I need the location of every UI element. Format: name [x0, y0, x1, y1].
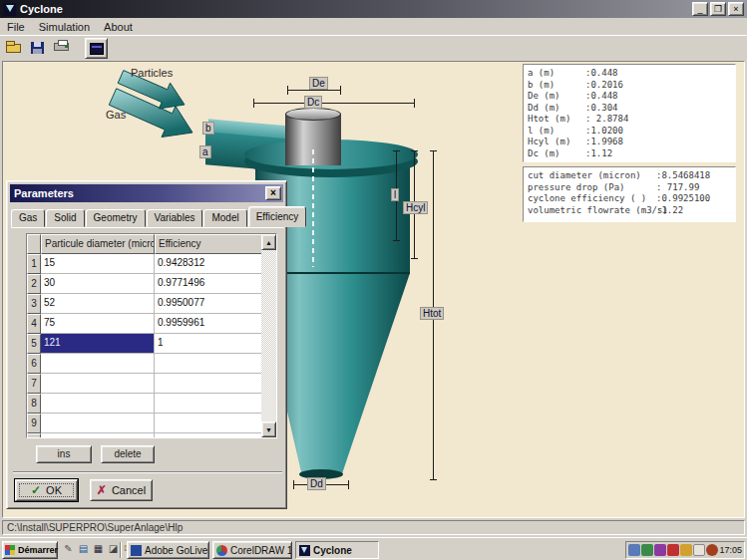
task-coreldraw[interactable]: CorelDRAW 10 - [Graphiq...: [212, 541, 292, 559]
cell-efficiency[interactable]: [155, 374, 262, 394]
focus-rectangle: [19, 483, 74, 497]
tab-model[interactable]: Model: [203, 209, 246, 227]
dim-tick: [411, 150, 418, 151]
task-adobe-golive[interactable]: Adobe GoLive: [127, 541, 209, 559]
cell-diameter[interactable]: 52: [41, 294, 155, 314]
tab-gas[interactable]: Gas: [11, 209, 45, 227]
tray-display-icon[interactable]: [628, 544, 640, 556]
cell-efficiency[interactable]: 0.9950077: [155, 294, 262, 314]
system-tray: 17:05: [625, 541, 745, 559]
dim-label-hcyl: Hcyl: [403, 201, 428, 214]
cell-diameter[interactable]: [41, 354, 155, 374]
result-row: pressure drop (Pa): 717.99: [528, 182, 731, 194]
taskbar-divider: [120, 542, 122, 558]
parameters-dialog: Parameters × Gas Solid Geometry Variable…: [6, 180, 287, 509]
dialog-titlebar[interactable]: Parameters ×: [10, 184, 283, 202]
tab-efficiency[interactable]: Efficiency: [248, 206, 307, 227]
menu-simulation[interactable]: Simulation: [32, 20, 97, 34]
cell-efficiency[interactable]: 1: [155, 334, 262, 354]
taskbar: Démarrer ✎ ▤ ▦ ◪ ✉ » Adobe GoLive CorelD…: [0, 537, 747, 560]
geometry-results-box: a (m):0.448 b (m):0.2016 De (m):0.448 Dd…: [523, 64, 736, 162]
result-row: cut diameter (micron):8.5468418: [528, 170, 731, 182]
coreldraw-icon: [216, 545, 227, 556]
cell-efficiency[interactable]: [155, 354, 262, 374]
table-row: 4750.9959961: [27, 314, 276, 334]
insert-row-button[interactable]: ins: [36, 445, 92, 463]
cell-diameter[interactable]: 15: [41, 254, 155, 274]
floppy-disk-icon: [31, 42, 44, 54]
dialog-title: Parameters: [14, 187, 74, 199]
cell-efficiency[interactable]: 0.9771496: [155, 274, 262, 294]
cell-diameter[interactable]: [41, 433, 155, 438]
dialog-close-button[interactable]: ×: [265, 186, 281, 200]
cell-efficiency[interactable]: 0.9428312: [155, 254, 262, 274]
menubar: File Simulation About: [0, 18, 747, 35]
tab-geometry[interactable]: Geometry: [86, 209, 146, 227]
windows-flag-icon: [5, 545, 15, 555]
grid-corner: [27, 234, 41, 254]
menu-about[interactable]: About: [97, 20, 140, 34]
view-results-button[interactable]: [85, 38, 108, 59]
tray-scheduler-icon[interactable]: [706, 544, 718, 556]
quick-launch-icon[interactable]: ✎: [62, 542, 75, 556]
task-cyclone-active[interactable]: Cyclone: [295, 541, 379, 559]
golive-icon: [131, 545, 142, 556]
taskbar-clock[interactable]: 17:05: [719, 545, 742, 555]
dim-label-de: De: [309, 77, 328, 90]
quick-launch-icon[interactable]: ◪: [107, 542, 120, 556]
delete-row-button[interactable]: delete: [101, 445, 155, 463]
cell-efficiency[interactable]: [155, 394, 262, 414]
cyclone-task-icon: [299, 545, 310, 556]
dim-tick: [293, 480, 294, 489]
cell-efficiency[interactable]: 0.9959961: [155, 314, 262, 334]
result-row: a (m):0.448: [528, 68, 731, 80]
quick-launch-icon[interactable]: ▦: [92, 542, 105, 556]
table-row-selected: 51211: [27, 334, 276, 354]
dim-line-de: [287, 90, 341, 91]
result-row: b (m):0.2016: [528, 80, 731, 92]
print-button[interactable]: [51, 38, 74, 59]
ok-button[interactable]: ✓ OK: [15, 479, 78, 501]
start-button[interactable]: Démarrer: [2, 541, 58, 559]
tab-solid[interactable]: Solid: [46, 209, 84, 227]
restore-button[interactable]: ❐: [710, 2, 726, 16]
cell-diameter[interactable]: [41, 394, 155, 414]
window-title: Cyclone: [20, 3, 63, 15]
performance-results-box: cut diameter (micron):8.5468418 pressure…: [523, 166, 736, 222]
dim-line-dc: [253, 103, 415, 104]
tray-plus-icon[interactable]: [654, 544, 666, 556]
open-button[interactable]: [3, 38, 26, 59]
scroll-up-icon[interactable]: ▲: [261, 234, 276, 250]
tray-alert-icon[interactable]: [667, 544, 679, 556]
tab-variables[interactable]: Variables: [147, 209, 203, 227]
dim-tick: [393, 150, 400, 151]
cell-diameter[interactable]: [41, 374, 155, 394]
minimize-button[interactable]: _: [692, 2, 708, 16]
quick-launch-icon[interactable]: ▤: [77, 542, 90, 556]
cell-diameter[interactable]: 75: [41, 314, 155, 334]
cell-diameter[interactable]: [41, 414, 155, 433]
printer-icon: [54, 43, 69, 51]
dim-tick: [411, 258, 418, 259]
cell-diameter-selected[interactable]: 121: [41, 334, 155, 354]
tray-messenger-icon[interactable]: [693, 544, 705, 556]
tray-antivirus-icon[interactable]: [641, 544, 653, 556]
table-row: 6: [27, 354, 276, 374]
statusbar: C:\Install\SUPERPRO\SuperAnlage\Hlp: [0, 518, 747, 537]
table-row: 7: [27, 374, 276, 394]
tray-volume-icon[interactable]: [680, 544, 692, 556]
window-titlebar[interactable]: Cyclone _ ❐ ×: [0, 0, 747, 18]
dim-tick: [253, 99, 254, 108]
scroll-down-icon[interactable]: ▼: [261, 421, 276, 437]
cell-efficiency[interactable]: [155, 433, 262, 438]
close-button[interactable]: ×: [728, 2, 744, 16]
dialog-tabs: Gas Solid Geometry Variables Model Effic…: [11, 206, 307, 227]
dim-label-l: l: [391, 188, 399, 201]
menu-file[interactable]: File: [0, 20, 32, 34]
cell-diameter[interactable]: 30: [41, 274, 155, 294]
grid-scrollbar[interactable]: ▲ ▼: [261, 234, 276, 437]
save-button[interactable]: [27, 38, 50, 59]
table-row: 3520.9950077: [27, 294, 276, 314]
cell-efficiency[interactable]: [155, 414, 262, 433]
cancel-button[interactable]: ✗ Cancel: [90, 479, 153, 501]
